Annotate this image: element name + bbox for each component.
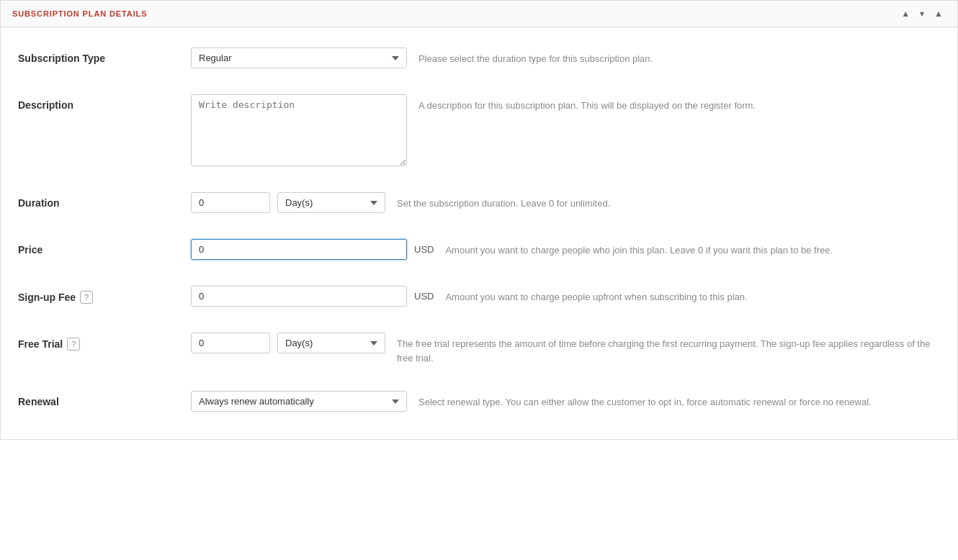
subscription-type-row: Subscription Type Regular Fixed Please s… <box>1 35 957 81</box>
signup-fee-input[interactable] <box>191 286 407 307</box>
subscription-type-control: Regular Fixed <box>191 48 407 68</box>
subscription-type-label: Subscription Type <box>18 48 191 64</box>
free-trial-help-icon[interactable]: ? <box>67 338 80 351</box>
panel-down-button[interactable]: ▾ <box>917 8 927 19</box>
duration-row: Duration Day(s) Week(s) Month(s) Year(s)… <box>1 179 957 226</box>
description-label: Description <box>18 94 191 111</box>
renewal-control: Always renew automatically Customer opt-… <box>191 391 407 412</box>
signup-fee-row: Sign-up Fee ? USD Amount you want to cha… <box>1 273 957 320</box>
price-control: USD <box>191 239 434 260</box>
free-trial-input[interactable] <box>191 333 270 353</box>
price-label: Price <box>18 239 191 256</box>
panel-up-button[interactable]: ▲ <box>898 8 913 19</box>
duration-label: Duration <box>18 192 191 209</box>
renewal-label: Renewal <box>18 391 191 407</box>
duration-unit-select[interactable]: Day(s) Week(s) Month(s) Year(s) <box>277 192 385 213</box>
duration-help: Set the subscription duration. Leave 0 f… <box>397 192 940 211</box>
duration-input[interactable] <box>191 192 270 213</box>
free-trial-row: Free Trial ? Day(s) Week(s) Month(s) Yea… <box>1 320 957 378</box>
renewal-help: Select renewal type. You can either allo… <box>418 391 940 410</box>
duration-control: Day(s) Week(s) Month(s) Year(s) <box>191 192 385 213</box>
price-help: Amount you want to charge people who joi… <box>445 239 940 258</box>
renewal-select[interactable]: Always renew automatically Customer opt-… <box>191 391 407 412</box>
description-help: A description for this subscription plan… <box>418 94 940 113</box>
price-row: Price USD Amount you want to charge peop… <box>1 226 957 273</box>
signup-fee-control: USD <box>191 286 434 307</box>
description-control <box>191 94 407 166</box>
free-trial-help: The free trial represents the amount of … <box>397 333 940 365</box>
subscription-type-help: Please select the duration type for this… <box>418 48 940 66</box>
panel-controls: ▲ ▾ ▲ <box>898 8 946 19</box>
renewal-row: Renewal Always renew automatically Custo… <box>1 378 957 425</box>
free-trial-control: Day(s) Week(s) Month(s) Year(s) <box>191 333 385 353</box>
signup-fee-help: Amount you want to charge people upfront… <box>445 286 940 304</box>
panel-header: SUBSCRIPTION PLAN DETAILS ▲ ▾ ▲ <box>1 1 957 27</box>
subscription-plan-details-panel: SUBSCRIPTION PLAN DETAILS ▲ ▾ ▲ Subscrip… <box>0 0 958 440</box>
panel-body: Subscription Type Regular Fixed Please s… <box>1 27 957 439</box>
panel-collapse-button[interactable]: ▲ <box>931 8 946 19</box>
description-row: Description A description for this subsc… <box>1 81 957 179</box>
description-textarea[interactable] <box>191 94 407 166</box>
signup-fee-currency: USD <box>414 291 434 302</box>
signup-fee-help-icon[interactable]: ? <box>80 291 93 304</box>
price-input[interactable] <box>191 239 407 260</box>
subscription-type-select[interactable]: Regular Fixed <box>191 48 407 68</box>
free-trial-label: Free Trial ? <box>18 333 191 351</box>
panel-title: SUBSCRIPTION PLAN DETAILS <box>12 9 147 18</box>
free-trial-unit-select[interactable]: Day(s) Week(s) Month(s) Year(s) <box>277 333 385 353</box>
price-currency: USD <box>414 244 434 255</box>
signup-fee-label: Sign-up Fee ? <box>18 286 191 304</box>
